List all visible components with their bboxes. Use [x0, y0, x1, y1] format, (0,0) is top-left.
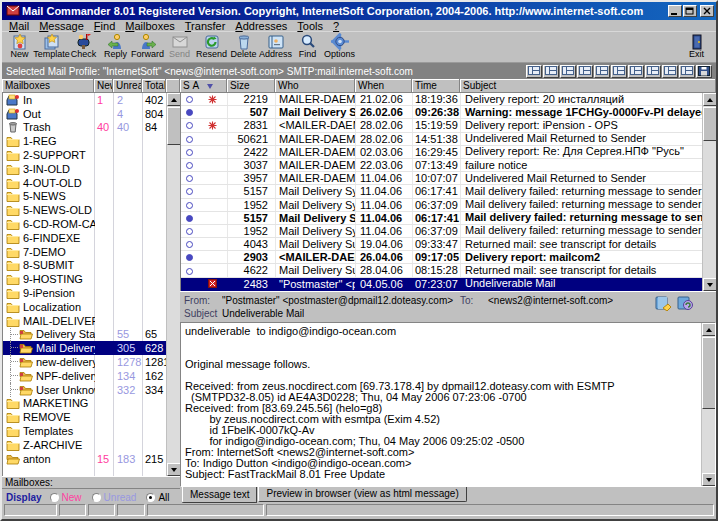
- scroll-up-button[interactable]: [703, 93, 716, 106]
- mailbox-item-marketing[interactable]: MARKETING: [3, 397, 167, 411]
- tab-preview-in-browser-view-as-htm[interactable]: Preview in browser (view as html message…: [258, 487, 466, 502]
- scroll-thumb[interactable]: [702, 337, 716, 409]
- message-row[interactable]: 1952Mail Delivery System <f11.04.0606:37…: [181, 199, 703, 212]
- body-scrollbar[interactable]: [701, 323, 715, 486]
- radio-icon[interactable]: [146, 493, 155, 502]
- message-row[interactable]: 4622Mail Delivery Subsyste28.04.0608:15:…: [181, 264, 703, 277]
- time-column-header[interactable]: Time: [412, 79, 460, 93]
- restore-button[interactable]: [683, 5, 697, 17]
- scroll-down-button[interactable]: [702, 473, 716, 486]
- status-attach-column-header[interactable]: S A: [180, 79, 227, 93]
- mailbox-item-out[interactable]: Out4804: [3, 107, 167, 121]
- layout-view-7-button[interactable]: [628, 65, 644, 78]
- message-body[interactable]: undeliverable to indigo@indigo-ocean.com…: [180, 322, 716, 487]
- mailbox-item-trash[interactable]: Trash404084: [3, 121, 167, 135]
- mailbox-item-3-in-old[interactable]: 3-IN-OLD: [3, 162, 167, 176]
- menu-find[interactable]: Find: [89, 20, 120, 32]
- find-button[interactable]: Find: [292, 33, 323, 61]
- message-row[interactable]: 2903<MAILER-DAEMON@26.04.0609:17:05 +040…: [181, 251, 703, 264]
- mailbox-scrollbar[interactable]: [166, 93, 180, 476]
- message-row[interactable]: 507Mail Delivery System26.02.0609:26:38 …: [181, 106, 703, 119]
- layout-view-1-button[interactable]: [526, 65, 542, 78]
- resend-button[interactable]: Resend: [196, 33, 227, 61]
- mailbox-item-4-out-old[interactable]: 4-OUT-OLD: [3, 176, 167, 190]
- layout-view-4-button[interactable]: [577, 65, 593, 78]
- display-option-unread[interactable]: Unread: [92, 492, 137, 503]
- mailbox-item-templates[interactable]: Templates: [3, 424, 167, 438]
- radio-icon[interactable]: [50, 493, 59, 502]
- message-row[interactable]: 2483"Postmaster" <postmas04.05.0607:23:0…: [181, 278, 703, 291]
- subject-column-header[interactable]: Subject: [460, 79, 716, 93]
- message-row[interactable]: 2219MAILER-DAEMON@mo21.02.0618:19:36 +03…: [181, 93, 703, 106]
- mailbox-item-2-support[interactable]: 2-SUPPORT: [3, 148, 167, 162]
- address-button[interactable]: Address: [260, 33, 291, 61]
- mailbox-item-z-archive[interactable]: Z-ARCHIVE: [3, 438, 167, 452]
- radio-icon[interactable]: [92, 493, 101, 502]
- scroll-thumb[interactable]: [167, 107, 180, 145]
- scroll-down-button[interactable]: [703, 278, 716, 291]
- scroll-up-button[interactable]: [167, 93, 180, 106]
- forward-button[interactable]: Forward: [132, 33, 163, 61]
- layout-view-10-button[interactable]: [679, 65, 695, 78]
- options-button[interactable]: Options: [324, 33, 355, 61]
- mailbox-item-6-cd-rom-catal[interactable]: 6-CD-ROM-CATAL...: [3, 217, 167, 231]
- menu-addresses[interactable]: Addresses: [230, 20, 292, 32]
- mailbox-item-5-news[interactable]: 5-NEWS: [3, 190, 167, 204]
- save-layout-button[interactable]: [696, 65, 712, 78]
- exit-button[interactable]: Exit: [681, 33, 712, 61]
- check-button[interactable]: Check: [68, 33, 99, 61]
- mailbox-item-delivery-statu[interactable]: Delivery Statu...5565: [3, 328, 167, 342]
- total-column-header[interactable]: Total: [142, 79, 166, 93]
- message-row[interactable]: 5157Mail Delivery System <f11.04.0606:17…: [181, 185, 703, 198]
- scroll-down-button[interactable]: [167, 463, 180, 476]
- message-list-scrollbar[interactable]: [702, 93, 716, 291]
- mailbox-item-5-news-old[interactable]: 5-NEWS-OLD: [3, 203, 167, 217]
- message-row[interactable]: 3957MAILER-DAEMON@be11.04.0610:07:07 +04…: [181, 172, 703, 185]
- mailbox-item-anton[interactable]: anton15183215: [3, 452, 167, 466]
- message-row[interactable]: 2831<MAILER-DAEMON@a28.02.0615:19:59 +03…: [181, 119, 703, 132]
- mailbox-item-8-submit[interactable]: 8-SUBMIT: [3, 259, 167, 273]
- message-row[interactable]: 3037MAILER-DAEMON@sm22.03.0607:13:49fail…: [181, 159, 703, 172]
- scroll-thumb[interactable]: [703, 107, 716, 141]
- display-option-new[interactable]: New: [50, 492, 82, 503]
- mailbox-item-9-hosting[interactable]: 9-HOSTING: [3, 272, 167, 286]
- when-column-header[interactable]: When: [355, 79, 412, 93]
- mailbox-item-remove[interactable]: REMOVE: [3, 410, 167, 424]
- mailbox-item-1-reg[interactable]: 1-REG: [3, 134, 167, 148]
- mailbox-item-7-demo[interactable]: 7-DEMO: [3, 245, 167, 259]
- template-button[interactable]: Template: [36, 33, 67, 61]
- layout-view-6-button[interactable]: [611, 65, 627, 78]
- menu-tools[interactable]: Tools: [292, 20, 328, 32]
- menu-help[interactable]: ?: [328, 20, 344, 32]
- new-button[interactable]: New: [4, 33, 35, 61]
- size-column-header[interactable]: Size: [227, 79, 275, 93]
- mailbox-item-mail-delivery[interactable]: Mail Delivery ...305628: [3, 341, 167, 355]
- layout-view-5-button[interactable]: [594, 65, 610, 78]
- who-column-header[interactable]: Who: [275, 79, 355, 93]
- menu-transfer[interactable]: Transfer: [180, 20, 231, 32]
- display-option-all[interactable]: All: [146, 492, 169, 503]
- mailbox-item-user-unknown[interactable]: User Unknown332334: [3, 383, 167, 397]
- menu-mail[interactable]: Mail: [4, 20, 34, 32]
- menu-message[interactable]: Message: [34, 20, 89, 32]
- menu-mailboxes[interactable]: Mailboxes: [120, 20, 180, 32]
- mailbox-item-localization[interactable]: Localization: [3, 300, 167, 314]
- scroll-up-button[interactable]: [702, 323, 716, 336]
- unread-column-header[interactable]: Unread: [113, 79, 142, 93]
- mailbox-item-new-delivery-p[interactable]: new-delivery-p...12781281: [3, 355, 167, 369]
- move-to-folder-icon[interactable]: [654, 295, 672, 311]
- message-row[interactable]: 50621MAILER-DAEMON@bir28.02.0614:51:38 +…: [181, 133, 703, 146]
- layout-view-2-button[interactable]: [543, 65, 559, 78]
- mailbox-item-6-findexe[interactable]: 6-FINDEXE: [3, 231, 167, 245]
- layout-view-8-button[interactable]: [645, 65, 661, 78]
- new-column-header[interactable]: New: [94, 79, 113, 93]
- layout-view-3-button[interactable]: [560, 65, 576, 78]
- tab-message-text[interactable]: Message text: [182, 487, 257, 503]
- close-button[interactable]: [700, 5, 714, 17]
- recycle-message-icon[interactable]: [676, 295, 694, 311]
- delete-button[interactable]: Delete: [228, 33, 259, 61]
- mailbox-item-9-ipension[interactable]: 9-iPension: [3, 286, 167, 300]
- mailboxes-column-header[interactable]: Mailboxes: [2, 79, 94, 93]
- mailbox-item-in[interactable]: In12402: [3, 93, 167, 107]
- message-row[interactable]: 2422MAILER-DAEMON@mo02.03.0616:29:45 +03…: [181, 146, 703, 159]
